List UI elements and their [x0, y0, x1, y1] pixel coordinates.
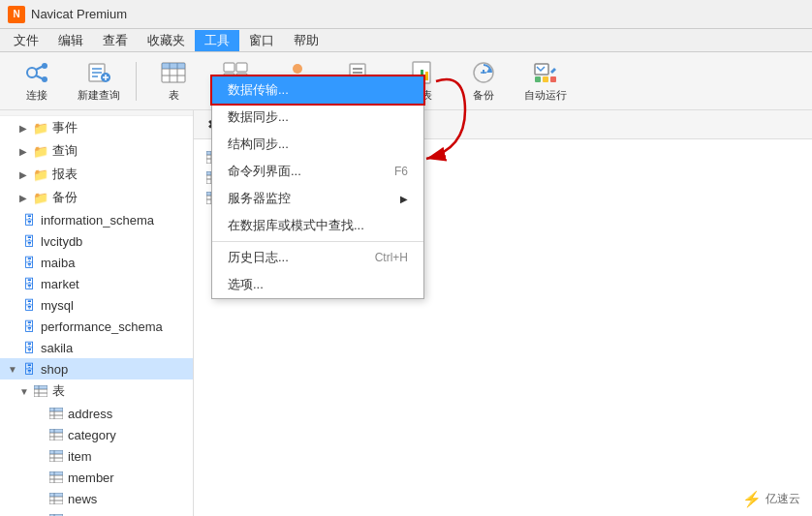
menu-options[interactable]: 选项... — [212, 271, 423, 298]
sidebar-item-label: lvcitydb — [41, 234, 82, 249]
sidebar-item-label: performance_schema — [41, 319, 163, 334]
sidebar-db-performance_schema[interactable]: 🗄 performance_schema — [0, 316, 193, 337]
menu-bar: 文件 编辑 查看 收藏夹 工具 窗口 帮助 — [0, 29, 812, 52]
expand-icon: ▶ — [19, 123, 31, 134]
connect-button[interactable]: 连接 — [8, 55, 66, 107]
tools-dropdown-menu: 数据传输... 数据同步... 结构同步... 命令列界面... F6 服务器监… — [211, 76, 424, 299]
menu-item-label: 选项... — [228, 276, 264, 293]
db-icon: 🗄 — [21, 276, 37, 291]
table-row-icon — [48, 512, 64, 516]
sidebar-item-label: 事件 — [52, 119, 78, 137]
toolbar-sep-1 — [136, 62, 137, 101]
table-label: 表 — [169, 88, 179, 103]
new-query-icon — [85, 59, 112, 86]
menu-tools[interactable]: 工具 — [195, 30, 239, 51]
sidebar-item-label: item — [68, 449, 92, 464]
new-query-button[interactable]: 新建查询 — [70, 55, 128, 107]
sidebar-item-label: orders — [68, 513, 104, 517]
sidebar-item-label: sakila — [41, 341, 73, 355]
sidebar-db-maiba[interactable]: 🗄 maiba — [0, 252, 193, 273]
svg-rect-18 — [224, 63, 234, 72]
menu-data-transfer[interactable]: 数据传输... — [212, 76, 423, 104]
table-row-icon — [48, 427, 64, 442]
db-icon: 🗄 — [21, 255, 37, 270]
sidebar-item-queries[interactable]: ▶ 📁 查询 — [0, 139, 193, 163]
svg-rect-35 — [535, 76, 541, 82]
menu-history[interactable]: 历史日志... Ctrl+H — [212, 244, 423, 271]
sidebar-item-label: maiba — [41, 256, 75, 270]
menu-item-label: 在数据库或模式中查找... — [228, 217, 364, 234]
table-button[interactable]: 表 — [144, 55, 203, 107]
app-logo-icon: N — [8, 6, 25, 23]
folder-icon: 📁 — [33, 190, 48, 205]
table-row-icon — [48, 491, 64, 506]
table-row-icon — [48, 470, 64, 485]
sidebar-table-member[interactable]: member — [0, 467, 193, 488]
backup-icon — [470, 59, 497, 86]
sidebar-table-address[interactable]: address — [0, 403, 193, 424]
sidebar-db-mysql[interactable]: 🗄 mysql — [0, 294, 193, 316]
expand-icon: ▶ — [19, 193, 31, 203]
sidebar-item-label: 报表 — [52, 166, 78, 183]
svg-rect-47 — [49, 408, 63, 411]
sidebar-item-label: address — [68, 407, 112, 421]
svg-point-3 — [42, 63, 47, 69]
sidebar-item-label: information_schema — [41, 213, 154, 228]
db-icon: 🗄 — [21, 297, 37, 313]
menu-window[interactable]: 窗口 — [239, 30, 284, 51]
menu-cmd[interactable]: 命令列界面... F6 — [212, 158, 423, 185]
menu-file[interactable]: 文件 — [4, 30, 48, 51]
menu-item-label: 服务器监控 — [228, 190, 291, 207]
auto-run-button[interactable]: 自动运行 — [516, 55, 575, 107]
menu-favorites[interactable]: 收藏夹 — [138, 30, 195, 51]
folder-icon: 📁 — [33, 143, 48, 159]
menu-item-label: 命令列界面... — [228, 163, 301, 180]
db-icon: 🗄 — [21, 340, 37, 355]
sidebar-table-item[interactable]: item — [0, 445, 193, 467]
sidebar: ▶ 📁 事件 ▶ 📁 查询 ▶ 📁 报表 ▶ 📁 备份 🗄 informatio… — [0, 110, 194, 516]
table-icon — [160, 59, 187, 86]
sidebar-table-news[interactable]: news — [0, 488, 193, 509]
menu-view[interactable]: 查看 — [93, 30, 138, 51]
sidebar-db-market[interactable]: 🗄 market — [0, 273, 193, 294]
db-icon: 🗄 — [21, 212, 37, 228]
menu-item-label: 数据传输... — [228, 81, 289, 99]
menu-item-label: 历史日志... — [228, 249, 289, 266]
auto-run-icon — [532, 59, 559, 86]
shortcut-label: F6 — [394, 165, 408, 178]
sidebar-item-label: 备份 — [52, 189, 78, 206]
sidebar-db-sakila[interactable]: 🗄 sakila — [0, 337, 193, 358]
menu-find-in-db[interactable]: 在数据库或模式中查找... — [212, 212, 423, 239]
expand-icon: ▼ — [19, 386, 31, 397]
sidebar-item-label: mysql — [41, 298, 74, 313]
sidebar-table-category[interactable]: category — [0, 424, 193, 445]
sidebar-db-lvcitydb[interactable]: 🗄 lvcitydb — [0, 230, 193, 252]
app-title: Navicat Premium — [31, 7, 127, 21]
sidebar-db-information_schema[interactable]: 🗄 information_schema — [0, 209, 193, 230]
svg-rect-19 — [236, 63, 247, 72]
sidebar-item-events[interactable]: ▶ 📁 事件 — [0, 116, 193, 139]
menu-help[interactable]: 帮助 — [284, 30, 328, 51]
menu-edit[interactable]: 编辑 — [48, 30, 93, 51]
menu-data-sync[interactable]: 数据同步... — [212, 104, 423, 131]
svg-rect-37 — [550, 76, 556, 82]
backup-button[interactable]: 备份 — [454, 55, 513, 107]
new-query-label: 新建查询 — [78, 88, 120, 103]
menu-item-label: 数据同步... — [228, 108, 289, 126]
watermark-text: 亿速云 — [765, 491, 800, 507]
sidebar-tables-folder[interactable]: ▼ 表 — [0, 379, 193, 403]
sidebar-db-shop[interactable]: ▼ 🗄 shop — [0, 358, 193, 379]
db-icon: 🗄 — [21, 319, 37, 334]
menu-struct-sync[interactable]: 结构同步... — [212, 131, 423, 158]
sidebar-item-label: shop — [41, 362, 68, 377]
svg-rect-67 — [49, 493, 63, 497]
svg-rect-17 — [162, 63, 185, 69]
svg-point-22 — [293, 64, 302, 74]
menu-server-monitor[interactable]: 服务器监控 ▶ — [212, 185, 423, 212]
sidebar-table-orders[interactable]: orders — [0, 509, 193, 516]
folder-icon: 📁 — [33, 167, 48, 182]
sidebar-item-reports[interactable]: ▶ 📁 报表 — [0, 163, 193, 186]
auto-run-label: 自动运行 — [524, 88, 567, 103]
title-bar: N Navicat Premium — [0, 0, 812, 29]
sidebar-item-backup[interactable]: ▶ 📁 备份 — [0, 186, 193, 209]
